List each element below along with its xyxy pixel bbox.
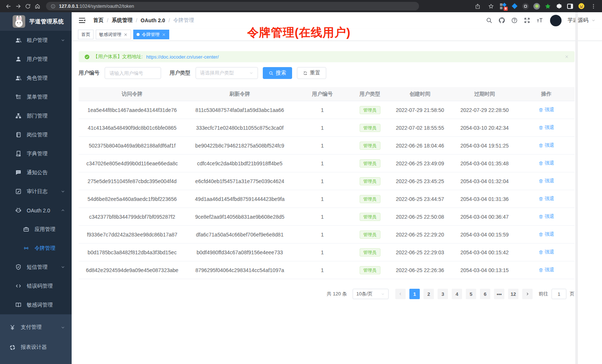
sidebar-item-sms[interactable]: 短信管理	[0, 258, 72, 277]
extension-dark-circle-icon[interactable]	[522, 3, 529, 10]
browser-chrome: 127.0.0.1:1024/system/oauth2/token 9	[0, 0, 602, 12]
sidebar-collapse-icon[interactable]	[78, 16, 86, 24]
fullscreen-icon[interactable]	[522, 16, 532, 26]
browser-forward-icon[interactable]	[13, 2, 23, 11]
user-avatar[interactable]	[550, 15, 562, 26]
next-page-button[interactable]	[522, 289, 533, 299]
page-button-5[interactable]: 5	[466, 289, 476, 299]
created-time-cell: 2022-06-25 23:44:57	[389, 196, 451, 202]
tab-敏感词管理[interactable]: 敏感词管理	[96, 30, 131, 39]
page-button-3[interactable]: 3	[438, 289, 448, 299]
breadcrumb-item[interactable]: 首页	[93, 17, 104, 24]
page-size-select[interactable]: 10条/页	[353, 289, 389, 299]
url-text: 127.0.0.1:1024/system/oauth2/token	[59, 4, 134, 9]
page-button-1[interactable]: 1	[409, 289, 420, 299]
sidebar-item-user[interactable]: 用户管理	[0, 50, 72, 69]
refresh-token-cell: 9ce8ef2aa9f14056b831ae9b608e28d5	[186, 214, 294, 220]
address-bar[interactable]: 127.0.0.1:1024/system/oauth2/token	[46, 2, 419, 10]
goto-page-input[interactable]	[552, 289, 566, 299]
sidebar-item-oauth2-application[interactable]: 应用管理	[0, 220, 72, 239]
browser-reload-icon[interactable]	[23, 2, 33, 11]
alert-close-icon[interactable]	[565, 54, 569, 59]
top-navbar: 首页/系统管理/OAuth 2.0/令牌管理 芋道源码	[72, 12, 602, 29]
sidebar-item-audit-log[interactable]: 审计日志	[0, 182, 72, 201]
sidebar-item-pay[interactable]: 支付管理	[0, 317, 72, 337]
expire-time-cell: 2054-03-04 01:31:36	[451, 196, 518, 202]
sidebar-item-role[interactable]: 角色管理	[0, 69, 72, 87]
force-logout-button[interactable]: 强退	[539, 178, 554, 184]
sidebar-item-oauth2-token[interactable]: 令牌管理	[0, 239, 72, 258]
site-info-icon[interactable]	[50, 4, 56, 9]
tab-label: 首页	[81, 32, 90, 38]
tab-令牌管理[interactable]: 令牌管理	[133, 30, 169, 39]
user-type-badge: 管理员	[360, 124, 380, 132]
sidebar-item-oauth2[interactable]: OAuth 2.0	[0, 201, 72, 220]
force-logout-button[interactable]: 强退	[539, 106, 554, 113]
extension-emoji-icon[interactable]	[578, 3, 585, 10]
tab-label: 敏感词管理	[99, 32, 121, 38]
force-logout-button[interactable]: 强退	[539, 267, 554, 273]
extension-gem-icon[interactable]	[511, 3, 518, 10]
header-search-icon[interactable]	[484, 16, 494, 26]
sidebar-item-menu[interactable]: 菜单管理	[0, 87, 72, 106]
reset-button[interactable]: 重置	[297, 67, 326, 79]
select-chevron-icon	[249, 71, 253, 75]
help-icon[interactable]	[509, 16, 519, 26]
code-icon	[15, 283, 22, 289]
tab-首页[interactable]: 首页	[78, 30, 94, 39]
extension-record-icon[interactable]	[533, 3, 540, 10]
sidebar-item-error-code[interactable]: 错误码管理	[0, 277, 72, 295]
breadcrumb-item[interactable]: 系统管理	[112, 17, 132, 24]
extension-blob-icon[interactable]	[555, 3, 563, 10]
refresh-token-cell: dfa6c71a50a54c66bef706ef9e6e8d81	[186, 232, 294, 238]
sidebar-item-tenant[interactable]: 租户管理	[0, 31, 72, 50]
force-logout-button[interactable]: 强退	[539, 160, 554, 166]
sidebar-item-report[interactable]: 报表设计器	[0, 337, 72, 357]
access-token-cell: 1ea5e44f8bc1467aaede43144f31de76	[79, 107, 186, 113]
user-type-select[interactable]: 请选择用户类型	[196, 67, 258, 79]
force-logout-button[interactable]: 强退	[539, 231, 554, 238]
font-size-icon[interactable]	[534, 16, 544, 26]
page-ellipsis-button[interactable]: •••	[494, 289, 504, 299]
log-icon	[15, 188, 22, 195]
sidebar-item-notice[interactable]: 通知公告	[0, 163, 72, 182]
browser-back-icon[interactable]	[4, 2, 13, 11]
browser-home-icon[interactable]	[33, 2, 42, 11]
chevron-down-icon	[60, 38, 65, 43]
extension-grid-icon[interactable]: 9	[500, 3, 507, 10]
app-logo[interactable]: 芋道管理系统	[0, 12, 72, 31]
side-panel-icon[interactable]	[566, 3, 574, 10]
token-table: 访问令牌刷新令牌用户编号用户类型创建时间过期时间操作 1ea5e44f8bc14…	[79, 87, 575, 279]
sidebar-item-dept[interactable]: 部门管理	[0, 106, 72, 125]
search-button[interactable]: 搜索	[263, 67, 292, 79]
page-scrollbar[interactable]	[575, 12, 578, 364]
user-type-badge: 管理员	[360, 248, 380, 257]
page-button-12[interactable]: 12	[508, 289, 518, 299]
sidebar-item-dict[interactable]: 字典管理	[0, 144, 72, 163]
sidebar-item-post[interactable]: 岗位管理	[0, 125, 72, 144]
goto-suffix: 页	[570, 291, 575, 297]
extension-green-star-icon[interactable]	[544, 3, 552, 10]
page-button-4[interactable]: 4	[452, 289, 462, 299]
page-button-6[interactable]: 6	[480, 289, 490, 299]
force-logout-button[interactable]: 强退	[539, 124, 554, 131]
browser-menu-icon[interactable]	[589, 2, 598, 11]
share-icon[interactable]	[473, 2, 482, 11]
bookmark-star-icon[interactable]	[486, 2, 496, 11]
users-icon	[15, 37, 22, 43]
user-name[interactable]: 芋道源码	[567, 17, 588, 24]
user-type-badge: 管理员	[360, 159, 380, 168]
force-logout-button[interactable]: 强退	[539, 195, 554, 202]
doc-link[interactable]: https://doc.iocoder.cn/user-center/	[146, 54, 219, 60]
sidebar-item-label: OAuth 2.0	[27, 208, 50, 214]
force-logout-button[interactable]: 强退	[539, 142, 554, 149]
force-logout-button[interactable]: 强退	[539, 249, 554, 255]
github-icon[interactable]	[497, 16, 507, 26]
force-logout-button[interactable]: 强退	[539, 213, 554, 220]
page-button-2[interactable]: 2	[423, 289, 434, 299]
breadcrumb-item[interactable]: OAuth 2.0	[141, 17, 165, 23]
user-menu-caret-icon[interactable]	[591, 18, 596, 23]
sidebar-item-sensitive[interactable]: 敏感词管理	[0, 295, 72, 314]
user-id-input[interactable]	[105, 67, 161, 79]
prev-page-button[interactable]	[395, 289, 406, 299]
